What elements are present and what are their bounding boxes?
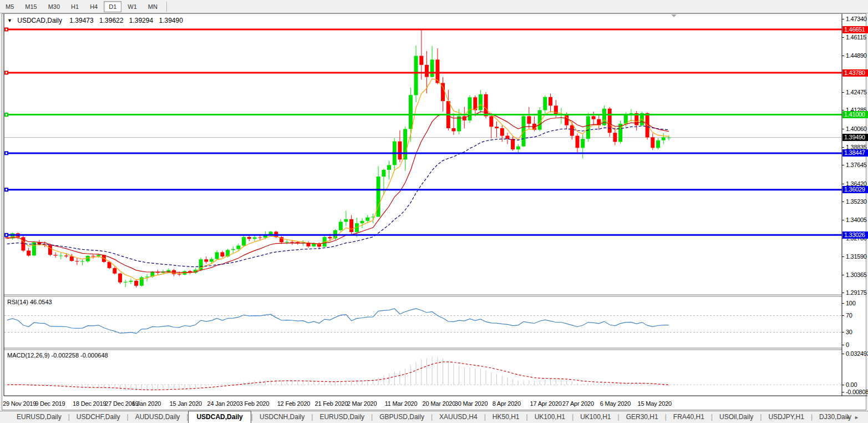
- timeframe-button-m30[interactable]: M30: [43, 1, 65, 12]
- tab-scroll-arrows: ◄►: [845, 415, 864, 420]
- ohlc-open: 1.39473: [69, 17, 93, 24]
- chart-tab-uk100-h1[interactable]: UK100,H1: [528, 412, 572, 423]
- price-tick-label: 1.47340: [846, 16, 868, 23]
- macd-tick-mark: [842, 392, 844, 392]
- level-badge-1.46651: 1.46651: [842, 26, 868, 33]
- chart-tab-hk50-h1[interactable]: HK50,H1: [486, 412, 526, 423]
- price-tick-mark: [842, 129, 844, 129]
- date-axis-label: 15 May 2020: [638, 400, 672, 407]
- macd-tick-label: -0.008086: [846, 389, 868, 396]
- level-badge-1.33026: 1.33026: [842, 231, 868, 239]
- price-tick-mark: [842, 147, 844, 148]
- level-badge-1.43780: 1.43780: [842, 69, 868, 77]
- price-tick-mark: [842, 256, 844, 257]
- date-axis-label: 12 Feb 2020: [277, 400, 311, 407]
- price-tick-label: 1.31590: [846, 253, 868, 260]
- chart-tab-usdjpy-h1[interactable]: USDJPY,H1: [762, 412, 810, 423]
- price-tick-label: 1.46115: [846, 34, 868, 41]
- price-tick-label: 1.34005: [846, 216, 868, 224]
- price-tick-label: 1.40060: [846, 125, 868, 133]
- rsi-indicator-label: RSI(14) 46.0543: [7, 299, 52, 305]
- price-tick-mark: [842, 165, 844, 165]
- price-tick-label: 1.29175: [846, 289, 868, 296]
- price-tick-mark: [842, 293, 844, 293]
- price-tick-mark: [842, 184, 844, 184]
- toolbar-separator: [166, 2, 167, 12]
- tab-scroll-left-icon[interactable]: ◄: [845, 415, 854, 420]
- timeframe-button-w1[interactable]: W1: [123, 1, 142, 12]
- date-axis-label: 15 Jan 2020: [170, 400, 202, 407]
- macd-tick-mark: [842, 354, 844, 354]
- rsi-tick-label: 0: [846, 341, 868, 349]
- ohlc-close: 1.39490: [159, 17, 183, 24]
- date-axis-label: 20 Mar 2020: [423, 400, 456, 407]
- chart-tab-ger30-h1[interactable]: GER30,H1: [620, 412, 665, 423]
- level-badge-1.38447: 1.38447: [842, 149, 868, 157]
- date-axis-label: 18 Dec 2019: [73, 400, 106, 407]
- price-tick-mark: [842, 220, 844, 220]
- timeframe-button-m15[interactable]: M15: [20, 1, 42, 12]
- date-axis-label: 17 Apr 2020: [530, 400, 562, 407]
- price-tick-label: 1.30365: [846, 271, 868, 279]
- date-axis-label: 30 Mar 2020: [455, 400, 488, 407]
- level-badge-1.36029: 1.36029: [842, 186, 868, 193]
- date-axis-label: 24 Jan 2020: [207, 400, 240, 407]
- chart-tab-xauusd-h4[interactable]: XAUUSD,H4: [433, 412, 484, 423]
- date-axis-label: 6 May 2020: [600, 400, 631, 407]
- chart-tab-audusd-daily[interactable]: AUDUSD,Daily: [129, 412, 187, 423]
- price-tick-label: 1.42475: [846, 89, 868, 96]
- timeframe-toolbar: M5M15M30H1H4D1W1MN: [0, 0, 868, 13]
- price-tick-mark: [842, 275, 844, 275]
- current-price-badge: 1.39490: [842, 134, 868, 141]
- chart-title: ▼ USDCAD,Daily 1.39473 1.39622 1.39294 1…: [7, 17, 187, 24]
- chart-tab-eurusd-daily[interactable]: EURUSD,Daily: [10, 412, 68, 423]
- macd-tick-label: 0.032493: [846, 350, 868, 357]
- date-axis-label: 27 Apr 2020: [562, 400, 594, 407]
- ohlc-high: 1.39622: [99, 17, 123, 24]
- chart-plot-area[interactable]: [4, 14, 842, 396]
- date-axis-label: 8 Apr 2020: [493, 400, 521, 407]
- chart-symbol-label: USDCAD,Daily: [17, 17, 62, 24]
- date-axis-label: 2 Mar 2020: [347, 400, 377, 407]
- price-tick-mark: [842, 202, 844, 202]
- rsi-tick-mark: [842, 345, 844, 345]
- chart-tab-uk100-h1[interactable]: UK100,H1: [573, 412, 617, 423]
- price-tick-label: 1.35230: [846, 198, 868, 205]
- chart-tab-gbpusd-daily[interactable]: GBPUSD,Daily: [373, 412, 431, 423]
- date-axis-label: 3 Feb 2020: [240, 400, 270, 407]
- timeframe-button-m5[interactable]: M5: [1, 1, 19, 12]
- chart-tab-usdchf-daily[interactable]: USDCHF,Daily: [70, 412, 127, 423]
- chart-tab-fra40-h1[interactable]: FRA40,H1: [667, 412, 711, 423]
- rsi-tick-label: 30: [846, 329, 868, 336]
- level-badge-1.41000: 1.41000: [842, 111, 868, 118]
- price-tick-mark: [842, 19, 844, 19]
- rsi-tick-mark: [842, 332, 844, 333]
- timeframe-button-h1[interactable]: H1: [66, 1, 84, 12]
- rsi-tick-label: 100: [846, 300, 868, 307]
- chart-tab-usoil-daily[interactable]: USOil,Daily: [713, 412, 760, 423]
- rsi-tick-label: 70: [846, 312, 868, 319]
- chart-tab-eurusd-daily[interactable]: EURUSD,Daily: [313, 412, 371, 423]
- price-tick-label: 1.37645: [846, 162, 868, 169]
- macd-tick-mark: [842, 385, 844, 385]
- price-tick-mark: [842, 56, 844, 56]
- ohlc-low: 1.39294: [129, 17, 153, 24]
- symbol-dropdown-icon[interactable]: ▼: [7, 18, 12, 23]
- macd-tick-label: 0.00: [846, 381, 868, 389]
- price-tick-mark: [842, 92, 844, 93]
- chart-tab-usdcad-daily[interactable]: USDCAD,Daily: [188, 411, 251, 423]
- date-axis-label: 11 Mar 2020: [385, 400, 418, 407]
- timeframe-button-h4[interactable]: H4: [85, 1, 103, 12]
- date-axis-label: 6 Jan 2020: [132, 400, 161, 407]
- price-tick-label: 1.44890: [846, 52, 868, 59]
- timeframe-button-d1[interactable]: D1: [104, 1, 121, 12]
- rsi-tick-mark: [842, 315, 844, 316]
- tab-scroll-right-icon[interactable]: ►: [854, 415, 864, 420]
- date-axis-label: 21 Feb 2020: [315, 400, 348, 407]
- chart-tab-usdcnh-daily[interactable]: USDCNH,Daily: [253, 412, 311, 423]
- chart-tab-bar: EURUSD,Daily|USDCHF,Daily|AUDUSD,Daily|U…: [0, 411, 868, 423]
- timeframe-button-mn[interactable]: MN: [143, 1, 163, 12]
- rsi-tick-mark: [842, 303, 844, 304]
- price-tick-mark: [842, 37, 844, 38]
- date-axis-label: 29 Nov 2019: [3, 400, 36, 407]
